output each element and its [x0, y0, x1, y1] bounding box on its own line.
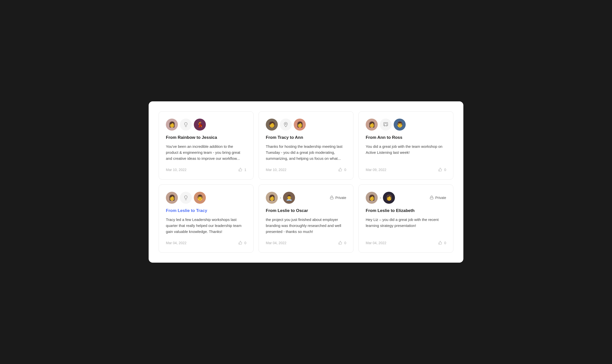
private-badge: Private [430, 195, 446, 200]
card-body: Tracy led a few Leadership workshops las… [166, 217, 246, 235]
card-date: Mar 10, 2022 [166, 168, 187, 172]
svg-point-0 [285, 123, 287, 125]
thumbup-icon [338, 167, 343, 172]
private-label: Private [435, 196, 446, 200]
sender-avatar: 👩 [266, 192, 278, 204]
card-header: 🧑 👩 [266, 119, 346, 131]
main-container: 👩 💃 From Rainbow to Jessica You've been … [149, 101, 463, 263]
card-date: Mar 10, 2022 [266, 168, 287, 172]
likes-count: 0 [444, 168, 446, 172]
card-body: You've been an incredible addition to th… [166, 144, 246, 162]
receiver-avatar: 👨 [194, 192, 206, 204]
card-header: 👩 👨 [166, 192, 246, 204]
card-date: Mar 04, 2022 [266, 241, 287, 245]
sender-avatar: 🧑 [266, 119, 278, 131]
card-body: Hey Liz – you did a great job with the r… [366, 217, 446, 235]
private-badge: Private [330, 195, 346, 200]
svg-rect-4 [430, 197, 433, 199]
likes-count: 0 [344, 168, 346, 172]
thumbup-icon [438, 167, 443, 172]
cards-grid: 👩 💃 From Rainbow to Jessica You've been … [159, 111, 453, 253]
likes-count: 1 [244, 168, 246, 172]
card-body: the project you just finished about empl… [266, 217, 346, 235]
card-card-5: 👩 › 👨‍💼 Private From Leslie to Oscar the… [259, 184, 353, 253]
receiver-avatar: 👨‍💼 [283, 192, 295, 204]
card-likes[interactable]: 0 [438, 240, 446, 245]
card-date: Mar 04, 2022 [166, 241, 187, 245]
receiver-avatar: 👩 [294, 119, 306, 131]
bulb-icon [180, 119, 192, 131]
card-title: From Leslie to Tracy [166, 208, 246, 213]
card-title: From Tracy to Ann [266, 135, 346, 140]
thumbup-icon [238, 167, 243, 172]
sender-avatar: 👩 [166, 119, 178, 131]
private-label: Private [335, 196, 346, 200]
card-footer: Mar 10, 2022 1 [166, 167, 246, 172]
receiver-avatar: 👩 [383, 192, 395, 204]
card-footer: Mar 04, 2022 0 [266, 240, 346, 245]
card-date: Mar 04, 2022 [366, 241, 386, 245]
card-title: From Rainbow to Jessica [166, 135, 246, 140]
card-likes[interactable]: 1 [238, 167, 246, 172]
card-card-1: 👩 💃 From Rainbow to Jessica You've been … [159, 111, 254, 180]
lock-icon [430, 195, 434, 200]
card-header: 👩 › 👨‍💼 Private [266, 192, 346, 204]
chat-icon [380, 119, 392, 131]
card-title: From Leslie to Elizabeth [366, 208, 446, 213]
sender-avatar: 👩 [166, 192, 178, 204]
card-likes[interactable]: 0 [338, 167, 346, 172]
card-title: From Leslie to Oscar [266, 208, 346, 213]
card-body: Thanks for hosting the leadership meetin… [266, 144, 346, 162]
card-likes[interactable]: 0 [238, 240, 246, 245]
receiver-avatar: 💃 [194, 119, 206, 131]
card-likes[interactable]: 0 [438, 167, 446, 172]
card-footer: Mar 09, 2022 0 [366, 167, 446, 172]
card-card-3: 👩 👨 From Ann to Ross You did a great job… [358, 111, 453, 180]
lock-icon [330, 195, 334, 200]
card-likes[interactable]: 0 [338, 240, 346, 245]
card-body: You did a great job with the team worksh… [366, 144, 446, 162]
arrow-separator: › [280, 195, 281, 200]
pin-icon [280, 119, 292, 131]
card-footer: Mar 04, 2022 0 [366, 240, 446, 245]
sender-avatar: 👩 [366, 119, 378, 131]
card-footer: Mar 10, 2022 0 [266, 167, 346, 172]
likes-count: 0 [344, 241, 346, 245]
bulb-icon [180, 192, 192, 204]
card-footer: Mar 04, 2022 0 [166, 240, 246, 245]
card-header: 👩 👨 [366, 119, 446, 131]
thumbup-icon [238, 240, 243, 245]
likes-count: 0 [244, 241, 246, 245]
card-date: Mar 09, 2022 [366, 168, 386, 172]
card-card-6: 👩 › 👩 Private From Leslie to Elizabeth H… [358, 184, 453, 253]
card-card-2: 🧑 👩 From Tracy to Ann Thanks for hosting… [259, 111, 353, 180]
svg-rect-1 [384, 123, 388, 126]
likes-count: 0 [444, 241, 446, 245]
svg-rect-2 [384, 123, 387, 126]
card-card-4: 👩 👨 From Leslie to Tracy Tracy led a few… [159, 184, 254, 253]
card-title: From Ann to Ross [366, 135, 446, 140]
svg-rect-3 [330, 197, 333, 199]
arrow-separator: › [380, 195, 381, 200]
card-header: 👩 💃 [166, 119, 246, 131]
thumbup-icon [338, 240, 343, 245]
thumbup-icon [438, 240, 443, 245]
receiver-avatar: 👨 [394, 119, 406, 131]
card-header: 👩 › 👩 Private [366, 192, 446, 204]
sender-avatar: 👩 [366, 192, 378, 204]
